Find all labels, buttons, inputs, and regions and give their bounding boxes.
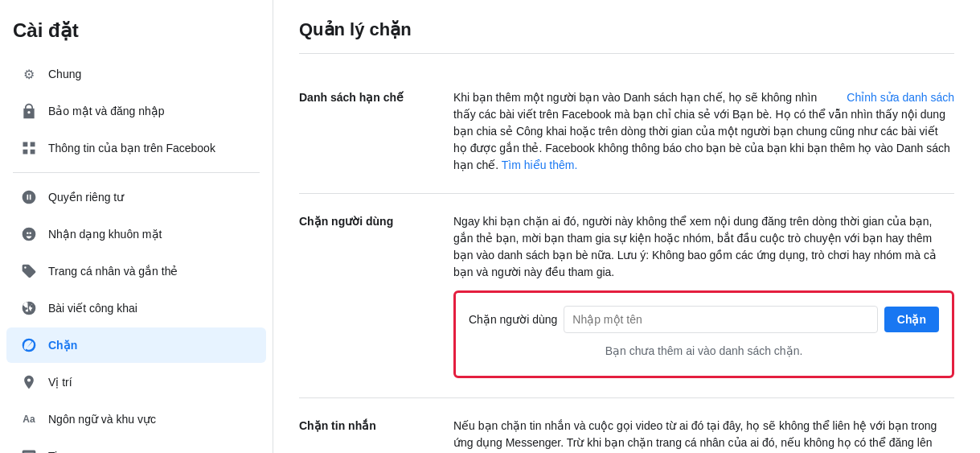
block-user-row-label: Chặn người dùng [469, 311, 557, 328]
section-danh-sach-han-che: Danh sách hạn chế Chỉnh sửa danh sách Kh… [299, 70, 954, 194]
sidebar-item-tin[interactable]: Tin [6, 439, 266, 453]
sidebar-item-label: Bảo mật và đăng nhập [48, 105, 165, 117]
section-chan-nguoi-dung: Chặn người dùng Ngay khi bạn chặn ai đó,… [299, 194, 954, 398]
sidebar-item-chan[interactable]: Chặn [6, 327, 266, 363]
sidebar-item-label: Nhận dạng khuôn mặt [48, 228, 162, 241]
location-icon [19, 373, 39, 392]
sidebar-item-nhan-dang[interactable]: Nhận dạng khuôn mặt [6, 216, 266, 252]
sidebar-item-bai-viet[interactable]: Bài viết công khai [6, 290, 266, 326]
block-user-description: Ngay khi bạn chặn ai đó, người này không… [453, 215, 937, 278]
link-chinh-sua[interactable]: Chỉnh sửa danh sách [847, 89, 954, 106]
sidebar-item-label: Chặn [48, 339, 77, 352]
block-empty-text: Bạn chưa thêm ai vào danh sách chặn. [469, 340, 939, 363]
section-label-chan-nguoi-dung: Chặn người dùng [299, 213, 428, 378]
sidebar-item-bao-mat[interactable]: Bảo mật và đăng nhập [6, 93, 266, 129]
block-msg-description: Nếu bạn chặn tin nhắn và cuộc gọi video … [453, 419, 937, 453]
lock-icon [19, 101, 39, 121]
section-content-chan-tin-nhan: Nếu bạn chặn tin nhắn và cuộc gọi video … [453, 418, 954, 453]
public-icon [19, 299, 39, 318]
section-chan-tin-nhan: Chặn tin nhắn Nếu bạn chặn tin nhắn và c… [299, 398, 954, 453]
sidebar-item-label: Ngôn ngữ và khu vực [48, 413, 156, 426]
sidebar-item-vi-tri[interactable]: Vị trí [6, 364, 266, 400]
sidebar-item-chung[interactable]: ⚙ Chung [6, 56, 266, 92]
page-title: Quản lý chặn [299, 19, 954, 54]
sidebar-title: Cài đặt [0, 13, 273, 55]
sidebar-item-label: Tin [48, 450, 64, 453]
block-button[interactable]: Chặn [884, 307, 939, 332]
sidebar-item-thong-tin[interactable]: Thông tin của bạn trên Facebook [6, 130, 266, 166]
section-content-danh-sach: Chỉnh sửa danh sách Khi bạn thêm một ngư… [453, 89, 954, 174]
main-content: Quản lý chặn Danh sách hạn chế Chỉnh sửa… [273, 0, 980, 453]
face-icon [19, 224, 39, 244]
block-user-row: Chặn người dùng Chặn [469, 306, 939, 333]
tag-icon [19, 262, 39, 281]
sidebar-item-trang-ca-nhan[interactable]: Trang cá nhân và gắn thẻ [6, 253, 266, 289]
sidebar: Cài đặt ⚙ Chung Bảo mật và đăng nhập Thô… [0, 0, 273, 453]
link-tim-hieu-them-1[interactable]: Tìm hiểu thêm. [502, 159, 578, 171]
sidebar-item-label: Quyền riêng tư [48, 191, 124, 204]
section-label-chan-tin-nhan: Chặn tin nhắn [299, 418, 428, 453]
grid-icon [19, 138, 39, 158]
section-label-danh-sach: Danh sách hạn chế [299, 89, 428, 174]
settings-icon: ⚙ [19, 64, 39, 84]
block-user-input[interactable] [564, 306, 877, 333]
language-icon: Aa [19, 410, 39, 429]
block-user-box: Chặn người dùng Chặn Bạn chưa thêm ai và… [453, 290, 954, 378]
privacy-icon [19, 187, 39, 207]
news-icon [19, 447, 39, 453]
block-icon [19, 336, 39, 355]
sidebar-item-ngon-ngu[interactable]: Aa Ngôn ngữ và khu vực [6, 402, 266, 437]
section-content-chan-nguoi-dung: Ngay khi bạn chặn ai đó, người này không… [453, 213, 954, 378]
sidebar-item-label: Thông tin của bạn trên Facebook [48, 142, 215, 154]
sidebar-item-quyen-rieng-tu[interactable]: Quyền riêng tư [6, 179, 266, 215]
sidebar-divider [13, 172, 260, 173]
sidebar-item-label: Bài viết công khai [48, 302, 137, 315]
sidebar-item-label: Trang cá nhân và gắn thẻ [48, 265, 178, 278]
sidebar-item-label: Chung [48, 68, 81, 80]
sidebar-item-label: Vị trí [48, 376, 72, 389]
